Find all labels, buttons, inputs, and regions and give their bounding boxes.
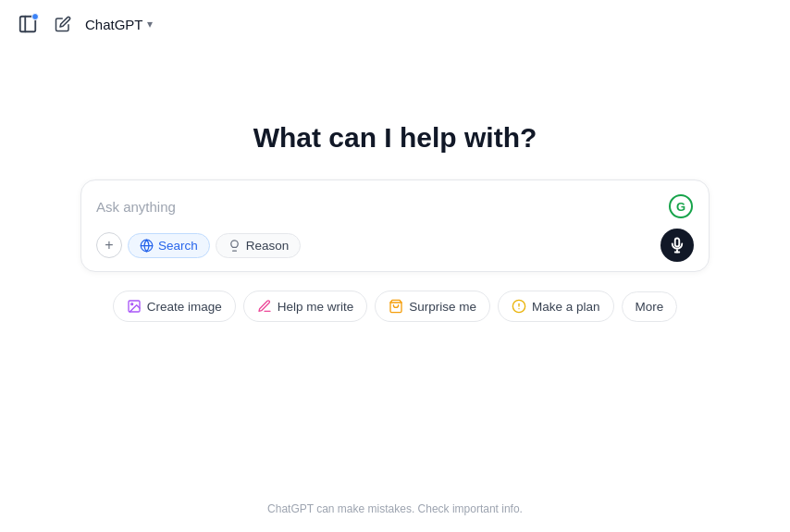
footer-text: ChatGPT can make mistakes. Check importa…: [267, 502, 523, 515]
app-title-button[interactable]: ChatGPT ▾: [85, 17, 153, 32]
add-attachment-button[interactable]: +: [96, 232, 122, 258]
suggestion-pills: Create image Help me write Surprise me: [113, 291, 678, 322]
suggestion-help-write-label: Help me write: [278, 300, 354, 314]
globe-icon: [140, 239, 154, 253]
main-content: What can I help with? Ask anything G +: [0, 48, 790, 322]
suggestion-help-write[interactable]: Help me write: [243, 291, 368, 322]
surprise-icon: [389, 299, 403, 314]
suggestion-surprise-me[interactable]: Surprise me: [375, 291, 490, 322]
suggestion-make-plan[interactable]: Make a plan: [498, 291, 614, 322]
input-toolbar: + Search Reason: [96, 229, 694, 262]
suggestion-surprise-label: Surprise me: [409, 300, 476, 314]
suggestion-create-image-label: Create image: [147, 300, 222, 314]
search-button[interactable]: Search: [128, 233, 210, 258]
toolbar-left: + Search Reason: [96, 232, 301, 258]
plus-icon: +: [105, 237, 113, 254]
input-row: Ask anything G: [96, 193, 694, 219]
suggestion-create-image[interactable]: Create image: [113, 291, 236, 322]
voice-input-button[interactable]: [660, 229, 694, 262]
svg-rect-4: [675, 239, 680, 247]
reason-button[interactable]: Reason: [216, 233, 302, 258]
new-chat-button[interactable]: [50, 11, 76, 37]
suggestion-make-plan-label: Make a plan: [532, 300, 600, 314]
chat-input-container: Ask anything G + Search: [80, 179, 710, 272]
app-title-text: ChatGPT: [85, 17, 143, 32]
reason-label: Reason: [246, 239, 290, 253]
grammarly-button[interactable]: G: [668, 193, 694, 219]
make-plan-icon: [512, 299, 526, 314]
chevron-down-icon: ▾: [147, 18, 153, 31]
search-label: Search: [158, 239, 198, 253]
sidebar-toggle-button[interactable]: [15, 11, 41, 37]
create-image-icon: [127, 299, 142, 314]
help-write-icon: [257, 299, 272, 314]
suggestion-more[interactable]: More: [622, 291, 678, 322]
header: ChatGPT ▾: [0, 0, 790, 48]
lightbulb-icon: [228, 239, 241, 253]
notification-badge: [31, 13, 39, 20]
grammarly-logo: G: [669, 194, 693, 218]
input-placeholder[interactable]: Ask anything: [96, 199, 668, 215]
svg-point-8: [130, 303, 132, 305]
suggestion-more-label: More: [636, 300, 664, 314]
microphone-icon: [669, 237, 685, 254]
footer: ChatGPT can make mistakes. Check importa…: [0, 502, 790, 515]
page-headline: What can I help with?: [253, 122, 537, 154]
